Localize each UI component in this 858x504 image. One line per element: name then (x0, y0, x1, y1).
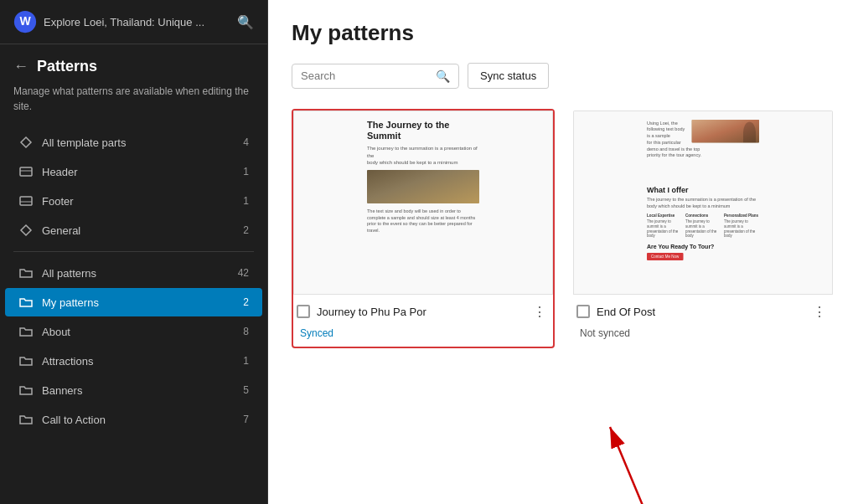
annotation-arrow (560, 393, 744, 504)
sidebar-item-count: 2 (243, 224, 249, 236)
sidebar-item-label: Banners (42, 384, 235, 397)
sidebar-item-count: 2 (243, 296, 249, 308)
main-content: My patterns 🔍 Sync status The Journey to… (268, 0, 858, 504)
sync-status-area-1: Synced (293, 325, 553, 347)
p2-preview-image (692, 120, 759, 143)
sidebar-item-call-to-action[interactable]: Call to Action 7 (5, 405, 262, 434)
patterns-grid-container: The Journey to the Summit The journey to… (292, 109, 835, 348)
sidebar-item-label: My patterns (42, 296, 235, 309)
sidebar-item-attractions[interactable]: Attractions 1 (5, 347, 262, 375)
p2-col-text-3: The journey to summit is a presentation … (724, 219, 759, 239)
wordpress-logo-icon: W (13, 10, 37, 33)
pattern-checkbox-1[interactable] (297, 305, 310, 318)
sidebar-item-count: 1 (243, 166, 249, 177)
sidebar-item-label: Header (42, 166, 235, 178)
svg-rect-2 (20, 167, 32, 176)
sync-status-label-2: Not synced (576, 327, 633, 339)
p1-preview-image (367, 170, 479, 203)
folder-icon (18, 383, 34, 398)
sidebar-item-count: 42 (238, 267, 249, 279)
site-title: Explore Loei, Thailand: Unique ... (44, 16, 230, 28)
sidebar-item-count: 7 (243, 414, 249, 425)
folder-icon (18, 324, 34, 339)
sidebar-item-banners[interactable]: Banners 5 (5, 376, 262, 404)
sidebar-item-label: Attractions (42, 355, 235, 368)
sidebar-item-label: All template parts (42, 136, 235, 149)
folder-icon (18, 265, 34, 280)
sidebar-header: W Explore Loei, Thailand: Unique ... 🔍 (0, 0, 267, 44)
pattern-name-2: End Of Post (597, 306, 803, 318)
p2-col-label-3: Personalized Plans (724, 213, 759, 218)
pattern-card-2: Using Loei, the following text body is a… (571, 109, 835, 348)
table-icon (18, 164, 34, 179)
sidebar-item-general[interactable]: General 2 (5, 216, 262, 244)
svg-text:W: W (19, 14, 31, 28)
sidebar-item-label: Footer (42, 195, 235, 208)
sidebar-item-label: General (42, 224, 235, 237)
p1-preview-heading: The Journey to the Summit (367, 120, 479, 141)
pattern-preview-inner-2: Using Loei, the following text body is a… (638, 111, 768, 269)
pattern-footer-1: Journey to Phu Pa Por ⋮ (293, 295, 553, 325)
page-title: My patterns (292, 20, 835, 46)
sidebar-description: Manage what patterns are available when … (0, 80, 267, 124)
p2-col-1: Local Expertise The journey to summit is… (647, 213, 682, 239)
p2-col-text-2: The journey to summit is a presentation … (685, 219, 721, 239)
sidebar-nav: All template parts 4 Header 1 Footer 1 G… (0, 124, 267, 504)
patterns-header: ← Patterns (0, 44, 267, 80)
pattern-menu-button-1[interactable]: ⋮ (530, 301, 550, 321)
header-search-icon[interactable]: 🔍 (237, 14, 254, 30)
search-input[interactable] (301, 69, 429, 82)
search-icon[interactable]: 🔍 (436, 69, 450, 83)
table-footer-icon (18, 193, 34, 208)
pattern-preview-1[interactable]: The Journey to the Summit The journey to… (293, 111, 553, 295)
sidebar-item-label: Call to Action (42, 414, 235, 426)
sidebar-item-header[interactable]: Header 1 (5, 157, 262, 186)
p1-preview-text2: The text size and body will be used in o… (367, 208, 479, 234)
sidebar-item-footer[interactable]: Footer 1 (5, 187, 262, 215)
pattern-preview-inner-1: The Journey to the Summit The journey to… (359, 111, 488, 242)
patterns-grid: The Journey to the Summit The journey to… (292, 109, 835, 348)
sidebar-section-title: Patterns (37, 58, 97, 75)
p2-image-inner (692, 120, 759, 143)
p1-preview-text: The journey to the summation is a presen… (367, 145, 479, 166)
svg-rect-4 (20, 197, 32, 205)
p2-preview-cols: Local Expertise The journey to summit is… (647, 213, 759, 239)
pattern-footer-2: End Of Post ⋮ (573, 295, 833, 325)
sidebar-item-label: All patterns (42, 267, 230, 280)
pattern-card-1: The Journey to the Summit The journey to… (292, 109, 555, 348)
toolbar: 🔍 Sync status (292, 63, 835, 89)
pattern-menu-button-2[interactable]: ⋮ (809, 301, 830, 321)
pattern-checkbox-2[interactable] (576, 305, 590, 318)
search-wrapper: 🔍 (292, 64, 459, 89)
pattern-preview-2[interactable]: Using Loei, the following text body is a… (573, 111, 833, 295)
sidebar-item-count: 1 (243, 355, 249, 367)
p1-image-inner (367, 170, 479, 203)
sidebar-item-count: 8 (243, 326, 249, 337)
p2-preview-heading: What I offer (647, 186, 759, 195)
sidebar-item-all-patterns[interactable]: All patterns 42 (5, 259, 262, 287)
nav-divider (13, 251, 254, 252)
diamond-icon (18, 135, 34, 150)
p2-col-3: Personalized Plans The journey to summit… (724, 213, 759, 239)
sidebar-item-label: About (42, 326, 235, 338)
p2-col-label-2: Connections (685, 213, 721, 218)
pattern-name-1: Journey to Phu Pa Por (317, 306, 523, 318)
folder-icon (18, 353, 34, 368)
sidebar-item-about[interactable]: About 8 (5, 317, 262, 346)
sync-status-label-1: Synced (297, 327, 337, 339)
p2-col-text-1: The journey to summit is a presentation … (647, 219, 682, 239)
p2-col-2: Connections The journey to summit is a p… (685, 213, 721, 239)
sidebar: W Explore Loei, Thailand: Unique ... 🔍 ←… (0, 0, 268, 504)
diamond-small-icon (18, 223, 34, 238)
sidebar-item-all-template-parts[interactable]: All template parts 4 (5, 128, 262, 157)
sidebar-item-my-patterns[interactable]: My patterns 2 (5, 288, 262, 316)
sidebar-item-count: 1 (243, 195, 249, 207)
folder-active-icon (18, 295, 34, 310)
p2-cta-heading: Are You Ready To Tour? (647, 243, 759, 249)
p2-cta-button: Contact Me Now (647, 253, 683, 260)
sidebar-item-count: 5 (243, 384, 249, 396)
p2-preview-subtext: The journey to the summation is a presen… (647, 197, 759, 209)
sync-status-button[interactable]: Sync status (468, 63, 549, 89)
p2-col-label-1: Local Expertise (647, 213, 682, 218)
back-button[interactable]: ← (13, 58, 28, 75)
